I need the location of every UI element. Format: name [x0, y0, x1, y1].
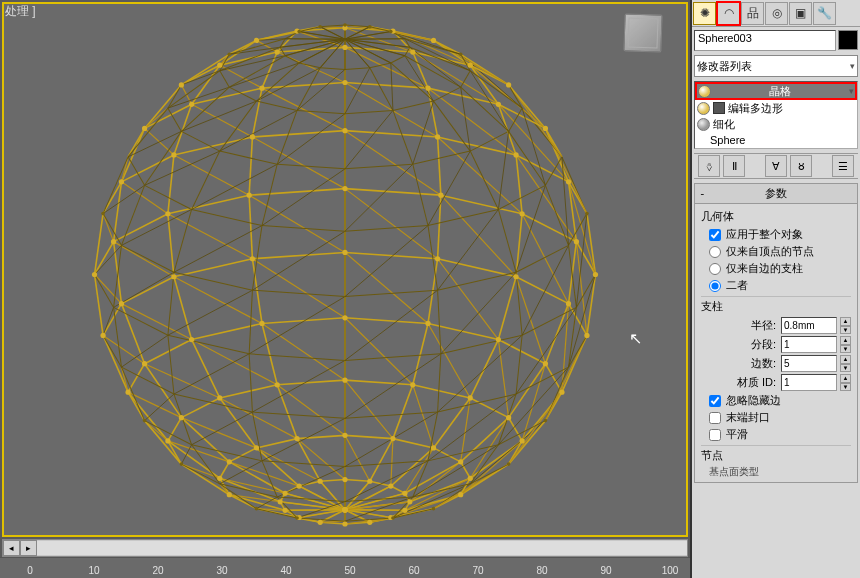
svg-line-300 — [249, 189, 345, 196]
struts-radio-input[interactable] — [709, 263, 721, 275]
svg-point-700 — [217, 63, 222, 68]
remove-modifier-icon[interactable]: ȣ — [790, 155, 812, 177]
svg-line-310 — [114, 182, 122, 242]
svg-line-409 — [128, 108, 168, 157]
matid-spin-buttons[interactable]: ▲▼ — [840, 374, 851, 391]
svg-line-203 — [345, 252, 428, 323]
svg-line-516 — [345, 110, 393, 113]
smooth-checkbox[interactable]: 平滑 — [701, 426, 851, 443]
svg-line-99 — [434, 448, 461, 462]
utilities-tab-icon[interactable]: 🔧 — [813, 2, 836, 25]
svg-line-224 — [192, 412, 253, 445]
joints-radio-input[interactable] — [709, 246, 721, 258]
make-unique-icon[interactable]: ∀ — [765, 155, 787, 177]
svg-line-564 — [345, 68, 370, 70]
svg-line-327 — [441, 335, 522, 354]
create-tab-icon[interactable]: ✺ — [693, 2, 716, 25]
svg-line-400 — [262, 52, 277, 88]
svg-line-415 — [192, 151, 220, 209]
ignore-hidden-checkbox[interactable]: 忽略隐藏边 — [701, 392, 851, 409]
timeline-scrollbar[interactable]: ◂ ▸ — [2, 539, 688, 557]
bulb-icon[interactable] — [697, 102, 710, 115]
sides-row: 边数: 5 ▲▼ — [701, 354, 851, 373]
svg-point-614 — [297, 483, 302, 488]
modifier-list-value[interactable]: 修改器列表 — [694, 55, 858, 77]
svg-line-165 — [168, 418, 181, 441]
bulb-icon[interactable] — [698, 85, 711, 98]
end-caps-input[interactable] — [709, 412, 721, 424]
svg-line-111 — [256, 439, 297, 448]
both-radio[interactable]: 二者 — [701, 277, 851, 294]
svg-point-638 — [458, 492, 463, 497]
segments-spin-buttons[interactable]: ▲▼ — [840, 336, 851, 353]
sides-spin-buttons[interactable]: ▲▼ — [840, 355, 851, 372]
svg-line-261 — [103, 304, 121, 336]
radius-spinner[interactable]: 0.8mm — [781, 317, 837, 334]
stack-item[interactable]: 晶格 — [695, 82, 857, 100]
stack-item[interactable]: 细化 — [695, 116, 857, 132]
stack-item[interactable]: 编辑多边形 — [695, 100, 857, 116]
sides-spinner[interactable]: 5 — [781, 355, 837, 372]
panel-tabs: ✺ ◠ 品 ◎ ▣ 🔧 — [692, 0, 860, 27]
bulb-icon[interactable] — [697, 118, 710, 131]
stack-item-label: 晶格 — [769, 84, 791, 99]
modify-tab-icon[interactable]: ◠ — [717, 2, 740, 25]
svg-line-331 — [516, 272, 522, 335]
scroll-right-icon[interactable]: ▸ — [20, 540, 37, 556]
stack-item-label: 编辑多边形 — [728, 101, 783, 116]
svg-line-567 — [370, 63, 391, 68]
display-tab-icon[interactable]: ▣ — [789, 2, 812, 25]
radius-spin-buttons[interactable]: ▲▼ — [840, 317, 851, 334]
svg-point-675 — [247, 193, 252, 198]
configure-sets-icon[interactable]: ☰ — [832, 155, 854, 177]
svg-line-303 — [168, 195, 249, 214]
time-ruler[interactable]: 0102030405060708090100 — [0, 557, 690, 578]
pin-stack-icon[interactable]: ⎀ — [698, 155, 720, 177]
struts-from-edges-radio[interactable]: 仅来自边的支柱 — [701, 260, 851, 277]
svg-point-651 — [543, 361, 548, 366]
svg-point-699 — [275, 49, 280, 54]
smooth-input[interactable] — [709, 429, 721, 441]
svg-point-633 — [227, 492, 232, 497]
scroll-left-icon[interactable]: ◂ — [3, 540, 20, 556]
apply-whole-input[interactable] — [709, 229, 721, 241]
matid-spinner[interactable]: 1 — [781, 374, 837, 391]
object-color-swatch[interactable] — [838, 30, 858, 50]
svg-point-665 — [342, 250, 347, 255]
svg-line-425 — [428, 151, 470, 226]
hierarchy-tab-icon[interactable]: 品 — [741, 2, 764, 25]
svg-line-347 — [345, 82, 438, 136]
rollout-header[interactable]: - 参数 — [695, 184, 857, 204]
viewport[interactable]: ↖ — [2, 2, 688, 537]
modifier-list-dropdown[interactable]: 修改器列表 — [692, 53, 860, 79]
joints-from-verts-radio[interactable]: 仅来自顶点的节点 — [701, 243, 851, 260]
svg-point-690 — [425, 86, 430, 91]
struts-radio-label: 仅来自边的支柱 — [726, 261, 803, 276]
scroll-track[interactable] — [37, 541, 687, 555]
svg-line-256 — [249, 195, 252, 259]
viewcube[interactable] — [623, 13, 662, 52]
both-radio-input[interactable] — [709, 280, 721, 292]
modifier-stack[interactable]: 晶格编辑多边形细化Sphere — [694, 81, 858, 149]
show-end-result-icon[interactable]: Ⅱ — [723, 155, 745, 177]
segments-spinner[interactable]: 1 — [781, 336, 837, 353]
svg-line-156 — [277, 380, 345, 385]
svg-line-297 — [345, 189, 441, 196]
svg-point-632 — [217, 476, 222, 481]
svg-point-641 — [468, 395, 473, 400]
svg-line-152 — [428, 323, 470, 398]
ruler-tick: 60 — [408, 565, 419, 576]
stack-item-label: 细化 — [713, 117, 735, 132]
svg-line-324 — [345, 354, 441, 361]
segments-row: 分段: 1 ▲▼ — [701, 335, 851, 354]
object-name-input[interactable]: Sphere003 — [694, 30, 836, 51]
svg-line-249 — [345, 252, 438, 258]
ignore-hidden-input[interactable] — [709, 395, 721, 407]
motion-tab-icon[interactable]: ◎ — [765, 2, 788, 25]
joints-subtitle: 基点面类型 — [701, 465, 851, 479]
stack-item[interactable]: Sphere — [695, 132, 857, 148]
svg-point-640 — [506, 415, 511, 420]
apply-whole-checkbox[interactable]: 应用于整个对象 — [701, 226, 851, 243]
end-caps-checkbox[interactable]: 末端封口 — [701, 409, 851, 426]
collapse-icon[interactable]: - — [699, 187, 706, 200]
